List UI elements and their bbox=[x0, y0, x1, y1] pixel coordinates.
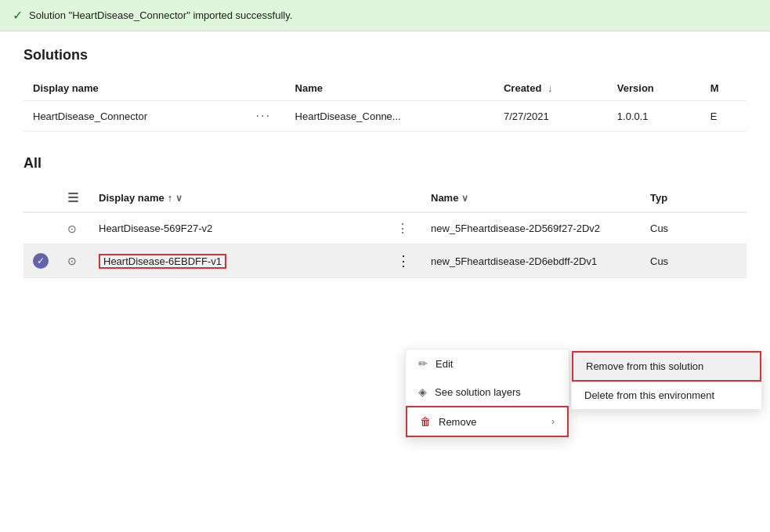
col-header-ellipsis bbox=[247, 76, 286, 101]
solution-display-name[interactable]: HeartDisease_Connector bbox=[23, 101, 247, 132]
context-menu-edit[interactable]: ✏ Edit bbox=[406, 349, 569, 378]
all-section: All ☰ Display name ↑ ∨ bbox=[23, 155, 747, 278]
row1-display-name[interactable]: HeartDisease-569F27-v2 bbox=[89, 212, 387, 244]
row2-name: new_5Fheartdisease-2D6ebdff-2Dv1 bbox=[421, 244, 641, 278]
col-header-all-displayname[interactable]: Display name ↑ ∨ bbox=[89, 184, 387, 212]
row1-connector-icon: ⊙ bbox=[58, 212, 89, 244]
success-message: Solution "HeartDisease_Connector" import… bbox=[29, 9, 292, 21]
ellipsis-button[interactable]: ··· bbox=[256, 109, 271, 122]
solutions-title: Solutions bbox=[23, 47, 747, 63]
col-header-check bbox=[23, 184, 58, 212]
solutions-table: Display name Name Created ↓ Version M bbox=[23, 76, 747, 132]
row1-check bbox=[23, 212, 58, 244]
row1-ellipsis-button[interactable]: ⋮ bbox=[396, 222, 410, 235]
col-header-displayname: Display name bbox=[23, 76, 247, 101]
col-header-version: Version bbox=[608, 76, 701, 101]
row2-display-name[interactable]: HeartDisease-6EBDFF-v1 bbox=[89, 244, 387, 278]
solution-name: HeartDisease_Conne... bbox=[286, 101, 494, 132]
edit-icon: ✏ bbox=[418, 357, 428, 370]
row2-connector-icon: ⊙ bbox=[58, 244, 89, 278]
all-title: All bbox=[23, 155, 747, 172]
name-sort-toggle[interactable]: ∨ bbox=[461, 193, 468, 204]
displayname-sort-asc: ↑ bbox=[168, 192, 173, 204]
solution-managed: E bbox=[701, 101, 747, 132]
solution-ellipsis[interactable]: ··· bbox=[247, 101, 286, 132]
context-menu-see-layers[interactable]: ◈ See solution layers bbox=[406, 378, 569, 406]
row1-name: new_5Fheartdisease-2D569f27-2Dv2 bbox=[421, 212, 641, 244]
all-table: ☰ Display name ↑ ∨ Name ∨ bbox=[23, 184, 747, 278]
chevron-right-icon: › bbox=[551, 416, 555, 427]
col-header-managed: M bbox=[701, 76, 747, 101]
row2-ellipsis-button[interactable]: ⋮ bbox=[396, 253, 412, 269]
col-header-all-ellipsis bbox=[387, 184, 421, 212]
success-banner: ✓ Solution "HeartDisease_Connector" impo… bbox=[0, 0, 770, 31]
trash-icon: 🗑 bbox=[420, 415, 431, 428]
connector-icon: ⊙ bbox=[67, 223, 77, 235]
row1-ellipsis[interactable]: ⋮ bbox=[387, 212, 421, 244]
remove-label: Remove bbox=[439, 416, 476, 428]
displayname-sort-toggle[interactable]: ∨ bbox=[175, 193, 183, 204]
col-header-connector-icon: ☰ bbox=[58, 184, 89, 212]
col-header-all-name[interactable]: Name ∨ bbox=[421, 184, 641, 212]
created-sort-icon: ↓ bbox=[548, 82, 553, 94]
list-icon: ☰ bbox=[67, 191, 78, 204]
connector-icon: ⊙ bbox=[67, 255, 77, 267]
main-content: Solutions Display name Name Created ↓ bbox=[0, 31, 770, 294]
edit-label: Edit bbox=[436, 358, 453, 370]
col-header-all-type: Typ bbox=[641, 184, 747, 212]
context-menu-remove[interactable]: 🗑 Remove › bbox=[406, 406, 569, 437]
submenu-item-remove-solution[interactable]: Remove from this solution bbox=[572, 351, 761, 382]
col-header-created: Created ↓ bbox=[494, 76, 608, 101]
row2-check: ✓ bbox=[23, 244, 58, 278]
row1-type: Cus bbox=[641, 212, 747, 244]
submenu-item-delete-env[interactable]: Delete from this environment bbox=[572, 382, 761, 409]
delete-env-label: Delete from this environment bbox=[584, 389, 714, 401]
row2-type: Cus bbox=[641, 244, 747, 278]
table-row[interactable]: ✓ ⊙ HeartDisease-6EBDFF-v1 ⋮ new_5Fheart… bbox=[23, 244, 747, 278]
solution-created: 7/27/2021 bbox=[494, 101, 608, 132]
col-header-name: Name bbox=[286, 76, 494, 101]
submenu: Remove from this solution Delete from th… bbox=[571, 350, 762, 410]
table-row: HeartDisease_Connector ··· HeartDisease_… bbox=[23, 101, 747, 132]
layers-icon: ◈ bbox=[418, 385, 427, 398]
success-icon: ✓ bbox=[13, 8, 23, 23]
solutions-section: Solutions Display name Name Created ↓ bbox=[23, 47, 747, 132]
see-layers-label: See solution layers bbox=[435, 386, 521, 398]
row2-display-name-text: HeartDisease-6EBDFF-v1 bbox=[99, 254, 226, 269]
selected-check-icon: ✓ bbox=[33, 253, 49, 269]
solution-version: 1.0.0.1 bbox=[608, 101, 701, 132]
row2-ellipsis[interactable]: ⋮ bbox=[387, 244, 421, 278]
remove-solution-label: Remove from this solution bbox=[586, 360, 703, 372]
context-menu: ✏ Edit ◈ See solution layers 🗑 Remove › bbox=[405, 349, 569, 438]
table-row[interactable]: ⊙ HeartDisease-569F27-v2 ⋮ new_5Fheartdi… bbox=[23, 212, 747, 244]
